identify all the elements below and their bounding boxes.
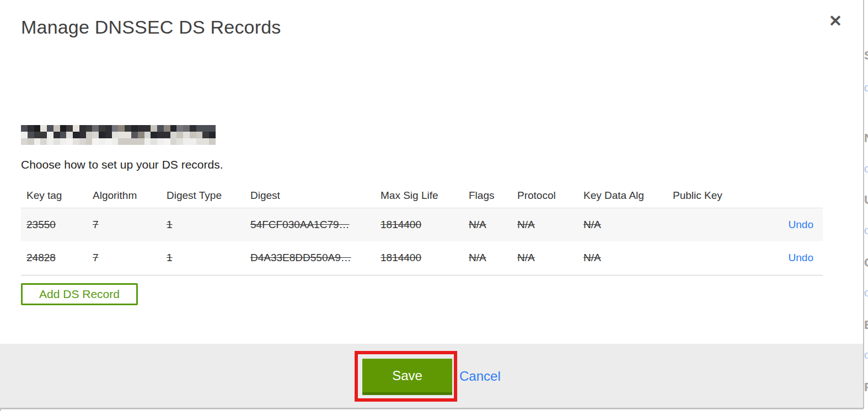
add-ds-record-button[interactable]: Add DS Record <box>21 283 138 305</box>
background-text-fragment: C <box>864 256 868 270</box>
screen: Manage DNSSEC DS Records ✕ Choose how to… <box>0 0 868 411</box>
background-text-fragment: d <box>864 82 868 94</box>
cell-public-key <box>667 241 767 275</box>
cell-algorithm: 7 <box>87 241 161 275</box>
table-row: 235507154FCF030AA1C79…1814400N/AN/AN/AUn… <box>21 208 823 241</box>
background-text-fragment: N <box>864 131 868 145</box>
save-button[interactable]: Save <box>362 359 452 395</box>
undo-link[interactable]: Undo <box>789 219 813 230</box>
cell-protocol: N/A <box>512 241 578 275</box>
background-text-fragment: U <box>864 193 868 207</box>
undo-link[interactable]: Undo <box>789 252 813 263</box>
cell-key-tag: 23550 <box>21 208 87 241</box>
background-text-fragment: o <box>864 349 868 361</box>
cell-action: Undo <box>767 241 823 275</box>
manage-dnssec-modal: Manage DNSSEC DS Records ✕ Choose how to… <box>0 0 864 409</box>
redacted-domain-name <box>21 125 216 145</box>
page-title: Manage DNSSEC DS Records <box>21 17 281 38</box>
cell-protocol: N/A <box>512 208 578 241</box>
column-header-protocol: Protocol <box>512 183 578 208</box>
column-header-public-key: Public Key <box>667 183 767 208</box>
cell-flags: N/A <box>463 208 512 241</box>
background-text-fragment: S <box>864 48 868 63</box>
cell-digest: 54FCF030AA1C79… <box>245 208 375 241</box>
cell-public-key <box>667 208 767 241</box>
background-text-fragment: o <box>864 224 868 237</box>
background-text-fragment: o <box>864 163 868 175</box>
table-row: 2482871D4A33E8DD550A9…1814400N/AN/AN/AUn… <box>21 241 823 275</box>
column-header-key-tag: Key tag <box>21 183 87 208</box>
cell-max-sig-life: 1814400 <box>375 208 463 241</box>
column-header-algorithm: Algorithm <box>87 183 161 208</box>
background-text-fragment: P <box>864 380 868 394</box>
column-header-flags: Flags <box>463 183 512 208</box>
background-text-fragment: E <box>864 318 868 332</box>
cell-flags: N/A <box>463 241 512 275</box>
background-text-fragment: o <box>864 286 868 299</box>
cell-key-data-alg: N/A <box>578 208 667 241</box>
cell-digest-type: 1 <box>161 208 245 241</box>
column-header-key-data-alg: Key Data Alg <box>578 183 667 208</box>
table-header-row: Key tagAlgorithmDigest TypeDigestMax Sig… <box>21 183 823 208</box>
cell-key-tag: 24828 <box>21 241 87 275</box>
background-page-sliver: SdNoUoCoEoP <box>864 0 868 411</box>
column-header-max-sig-life: Max Sig Life <box>375 183 463 208</box>
modal-bottom-border <box>0 408 864 409</box>
cell-max-sig-life: 1814400 <box>375 241 463 275</box>
cell-key-data-alg: N/A <box>578 241 667 275</box>
cell-digest: D4A33E8DD550A9… <box>245 241 375 275</box>
column-header-digest: Digest <box>245 183 375 208</box>
close-icon[interactable]: ✕ <box>826 11 845 31</box>
cell-action: Undo <box>767 208 823 241</box>
cell-algorithm: 7 <box>87 208 161 241</box>
cancel-link[interactable]: Cancel <box>459 369 501 384</box>
ds-records-table: Key tagAlgorithmDigest TypeDigestMax Sig… <box>21 183 823 275</box>
column-header-digest-type: Digest Type <box>161 183 245 208</box>
cell-digest-type: 1 <box>161 241 245 275</box>
table-body: 235507154FCF030AA1C79…1814400N/AN/AN/AUn… <box>21 208 823 275</box>
intro-text: Choose how to set up your DS records. <box>21 158 223 171</box>
